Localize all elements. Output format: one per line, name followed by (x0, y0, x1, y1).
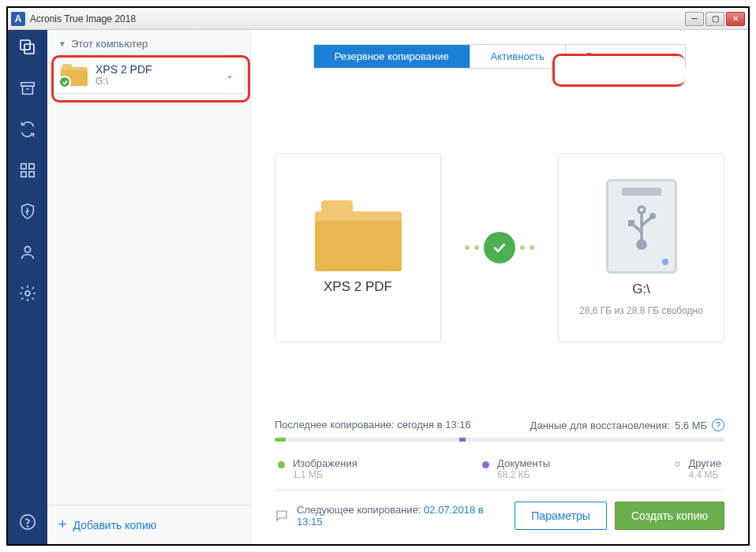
sidebar-header-label: Этот компьютер (71, 38, 148, 50)
backup-item-subtitle: G:\ (95, 76, 218, 87)
status-ok-icon (58, 76, 71, 88)
dest-title: G:\ (632, 282, 650, 297)
folder-icon (315, 200, 402, 271)
cat-value: 68,2 КБ (497, 469, 550, 480)
svg-point-9 (24, 247, 30, 252)
success-check-icon (484, 232, 515, 263)
cat-label: Документы (497, 457, 550, 469)
next-copy-text: Следующее копирование: 02.07.2018 в 13:1… (297, 504, 507, 528)
titlebar: A Acronis True Image 2018 ─ ▢ ✕ (8, 8, 748, 30)
cat-label: Изображения (293, 457, 357, 469)
chevron-down-icon: ▼ (58, 39, 66, 48)
main-content: Резервное копирование Активность Восстан… (251, 30, 748, 544)
svg-rect-5 (21, 164, 26, 169)
svg-point-12 (28, 526, 28, 527)
nav-help-icon[interactable] (17, 511, 39, 533)
close-button[interactable]: ✕ (726, 12, 745, 26)
svg-rect-1 (24, 44, 34, 54)
add-copy-button[interactable]: + Добавить копию (47, 505, 250, 544)
svg-point-10 (25, 291, 30, 296)
app-icon: A (11, 12, 25, 26)
tab-activity[interactable]: Активность (470, 45, 566, 68)
cat-value: 1,1 МБ (293, 469, 357, 480)
svg-rect-6 (29, 164, 34, 169)
dest-subtitle: 28,6 ГБ из 28,8 ГБ свободно (579, 305, 703, 316)
minimize-button[interactable]: ─ (685, 12, 704, 26)
params-button[interactable]: Параметры (515, 502, 607, 530)
backup-item-title: XPS 2 PDF (95, 63, 218, 76)
nav-settings-icon[interactable] (17, 282, 39, 304)
recovery-data-value: 5,6 МБ (675, 420, 707, 431)
nav-rail (8, 30, 47, 544)
cat-value: 4,4 МБ (688, 469, 721, 480)
storage-bar (275, 438, 724, 442)
category-docs: Документы 68,2 КБ (482, 457, 550, 480)
nav-sync-icon[interactable] (17, 118, 39, 140)
svg-point-15 (638, 241, 646, 248)
maximize-button[interactable]: ▢ (705, 12, 724, 26)
add-copy-label: Добавить копию (73, 519, 157, 531)
usb-icon (622, 203, 661, 251)
help-icon[interactable]: ? (712, 419, 724, 431)
create-copy-button[interactable]: Создать копию (615, 502, 724, 530)
svg-rect-3 (23, 86, 33, 94)
last-copy-label: Последнее копирование: сегодня в 13:16 (275, 419, 471, 431)
nav-tools-icon[interactable] (17, 159, 39, 181)
nav-archive-icon[interactable] (17, 77, 39, 99)
folder-icon (61, 64, 88, 86)
sidebar-section-header[interactable]: ▼ Этот компьютер (47, 30, 250, 54)
chevron-down-icon[interactable]: ⌄ (226, 69, 234, 80)
source-card[interactable]: XPS 2 PDF (275, 153, 441, 342)
svg-rect-8 (29, 172, 34, 177)
source-title: XPS 2 PDF (324, 279, 392, 295)
plus-icon: + (58, 517, 67, 533)
nav-account-icon[interactable] (17, 241, 39, 263)
backup-list-item[interactable]: XPS 2 PDF G:\ ⌄ (52, 56, 245, 94)
comment-icon[interactable] (275, 509, 289, 523)
connector (465, 232, 534, 263)
category-images: Изображения 1,1 МБ (278, 457, 357, 480)
tab-backup[interactable]: Резервное копирование (314, 45, 470, 68)
sidebar: ▼ Этот компьютер XPS 2 PDF G:\ ⌄ + Доб (47, 30, 251, 544)
svg-rect-16 (628, 220, 634, 226)
svg-rect-7 (21, 172, 26, 177)
cat-label: Другие (688, 457, 721, 469)
disk-icon (606, 179, 677, 274)
window-title: Acronis True Image 2018 (30, 13, 685, 24)
nav-backup-icon[interactable] (17, 36, 39, 58)
tab-bar: Резервное копирование Активность Восстан… (313, 44, 687, 69)
tab-recovery[interactable]: Восстановление (566, 45, 685, 68)
recovery-data-label: Данные для восстановления: (530, 420, 670, 431)
svg-rect-0 (21, 40, 30, 50)
svg-point-13 (638, 207, 645, 213)
nav-protection-icon[interactable] (17, 200, 39, 222)
svg-point-17 (649, 213, 656, 219)
next-copy-label: Следующее копирование: (297, 504, 421, 516)
category-other: Другие 4,4 МБ (675, 457, 721, 480)
destination-card[interactable]: G:\ 28,6 ГБ из 28,8 ГБ свободно (558, 153, 724, 342)
